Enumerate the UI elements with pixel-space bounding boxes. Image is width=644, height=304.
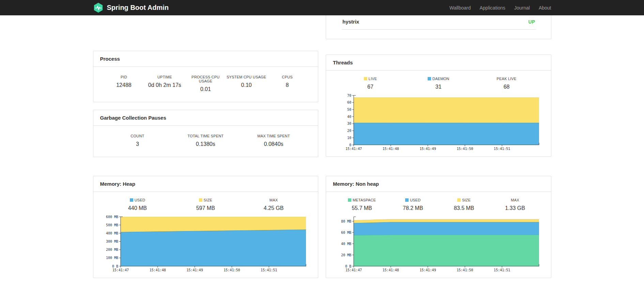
- svg-text:15:41:49: 15:41:49: [419, 268, 436, 272]
- svg-text:500 MB: 500 MB: [106, 223, 118, 227]
- nonheap-size-color-swatch: [457, 198, 461, 202]
- svg-text:15:41:47: 15:41:47: [112, 268, 129, 272]
- stat-cpus: CPUS 8: [267, 75, 308, 92]
- svg-text:40: 40: [347, 115, 351, 119]
- left-column: Process PID 12488 UPTIME 0d 0h 2m 17s PR…: [93, 15, 319, 157]
- nav-item-about[interactable]: About: [534, 5, 551, 11]
- application-name: hystrix: [342, 19, 359, 25]
- legend-heap-max: MAX 4.25 GB: [240, 198, 308, 211]
- nav-links: Wallboard Applications Journal About: [445, 5, 551, 11]
- legend-peak-live: PEAK LIVE 68: [473, 77, 541, 90]
- stat-process-cpu: PROCESS CPU USAGE 0.01: [185, 75, 226, 92]
- svg-text:200 MB: 200 MB: [106, 248, 118, 252]
- dashboard-grid: Process PID 12488 UPTIME 0d 0h 2m 17s PR…: [93, 15, 551, 302]
- nonheap-memory-chart: 0 B20 MB40 MB60 MB80 MB15:41:4715:41:481…: [335, 214, 542, 274]
- legend-daemon: DAEMON 31: [404, 77, 473, 90]
- brand-title: Spring Boot Admin: [107, 4, 169, 12]
- gc-stats: COUNT 3 TOTAL TIME SPENT 0.1380s MAX TIM…: [93, 126, 318, 157]
- spring-boot-admin-logo-icon: [93, 2, 104, 13]
- svg-text:15:41:49: 15:41:49: [419, 147, 436, 151]
- daemon-color-swatch: [428, 77, 431, 80]
- heap-card-title: Memory: Heap: [93, 176, 318, 192]
- svg-text:0 B: 0 B: [112, 264, 118, 268]
- stat-pid: PID 12488: [104, 75, 144, 92]
- gc-card-title: Garbage Collection Pauses: [93, 110, 318, 126]
- legend-live: LIVE 67: [336, 77, 404, 90]
- svg-text:30: 30: [347, 122, 351, 125]
- svg-text:100 MB: 100 MB: [106, 256, 118, 260]
- legend-nonheap-used: USED 78.2 MB: [387, 198, 439, 211]
- svg-text:60: 60: [347, 101, 351, 104]
- svg-text:300 MB: 300 MB: [106, 240, 118, 243]
- heap-legend: USED 440 MB SIZE 597 MB MAX 4.25 GB: [93, 192, 318, 211]
- svg-text:15:41:48: 15:41:48: [382, 147, 399, 151]
- threads-card: Threads LIVE 67 DAEMON 31: [326, 55, 551, 157]
- status-badge: UP: [528, 19, 535, 25]
- svg-text:15:41:48: 15:41:48: [382, 268, 399, 272]
- svg-text:20 MB: 20 MB: [341, 253, 351, 257]
- svg-text:20: 20: [347, 129, 351, 133]
- metaspace-color-swatch: [348, 198, 351, 202]
- svg-text:15:41:47: 15:41:47: [346, 147, 362, 151]
- stat-gc-max-time: MAX TIME SPENT 0.0840s: [240, 134, 308, 147]
- top-navbar: Spring Boot Admin Wallboard Applications…: [0, 0, 644, 15]
- svg-text:40 MB: 40 MB: [341, 242, 351, 246]
- threads-card-title: Threads: [326, 55, 551, 71]
- legend-heap-used: USED 440 MB: [104, 198, 172, 211]
- nav-item-journal[interactable]: Journal: [510, 5, 534, 11]
- svg-text:600 MB: 600 MB: [106, 215, 118, 219]
- memory-heap-card: Memory: Heap USED 440 MB SIZE 597 MB MAX…: [93, 176, 319, 278]
- process-stats: PID 12488 UPTIME 0d 0h 2m 17s PROCESS CP…: [93, 67, 318, 102]
- svg-text:15:41:48: 15:41:48: [150, 268, 166, 272]
- brand-link[interactable]: Spring Boot Admin: [93, 2, 169, 13]
- svg-text:15:41:47: 15:41:47: [346, 268, 362, 272]
- svg-text:80 MB: 80 MB: [341, 219, 351, 223]
- applications-card: hystrix UP: [326, 15, 551, 39]
- svg-text:400 MB: 400 MB: [106, 231, 118, 235]
- right-column: hystrix UP Threads LIVE 67 DAEMON: [326, 15, 551, 157]
- nav-item-applications[interactable]: Applications: [475, 5, 510, 11]
- nonheap-legend: METASPACE 55.7 MB USED 78.2 MB SIZE 83.5…: [326, 192, 551, 211]
- legend-metaspace: METASPACE 55.7 MB: [336, 198, 387, 211]
- svg-text:15:41:49: 15:41:49: [187, 268, 203, 272]
- nav-item-wallboard[interactable]: Wallboard: [445, 5, 475, 11]
- nonheap-card-title: Memory: Non heap: [326, 176, 551, 192]
- nonheap-used-color-swatch: [405, 198, 409, 202]
- svg-text:0 B: 0 B: [345, 264, 351, 268]
- process-card: Process PID 12488 UPTIME 0d 0h 2m 17s PR…: [93, 51, 319, 102]
- application-row-hystrix[interactable]: hystrix UP: [342, 15, 536, 30]
- svg-text:0: 0: [349, 143, 351, 147]
- stat-gc-total-time: TOTAL TIME SPENT 0.1380s: [171, 134, 240, 147]
- svg-text:50: 50: [347, 108, 351, 111]
- svg-text:15:41:51: 15:41:51: [494, 268, 510, 272]
- memory-nonheap-card: Memory: Non heap METASPACE 55.7 MB USED …: [326, 176, 551, 278]
- heap-used-color-swatch: [130, 198, 133, 202]
- threads-legend: LIVE 67 DAEMON 31 PEAK LIVE 68: [326, 71, 551, 90]
- process-card-title: Process: [93, 51, 318, 67]
- svg-text:10: 10: [347, 136, 351, 140]
- stat-gc-count: COUNT 3: [104, 134, 172, 147]
- legend-heap-size: SIZE 597 MB: [171, 198, 240, 211]
- legend-nonheap-max: MAX 1.33 GB: [490, 198, 541, 211]
- legend-nonheap-size: SIZE 83.5 MB: [439, 198, 490, 211]
- svg-text:15:41:50: 15:41:50: [224, 268, 240, 272]
- stat-uptime: UPTIME 0d 0h 2m 17s: [144, 75, 185, 92]
- svg-text:15:41:51: 15:41:51: [494, 147, 510, 151]
- threads-chart: 01020304050607015:41:4715:41:4815:41:491…: [335, 93, 542, 152]
- heap-memory-chart: 0 B100 MB200 MB300 MB400 MB500 MB600 MB1…: [102, 214, 309, 274]
- stat-system-cpu: SYSTEM CPU USAGE 0.10: [226, 75, 267, 92]
- svg-text:70: 70: [347, 94, 351, 97]
- svg-text:15:41:51: 15:41:51: [261, 268, 277, 272]
- svg-text:15:41:50: 15:41:50: [457, 268, 473, 272]
- svg-text:60 MB: 60 MB: [341, 231, 351, 234]
- svg-text:15:41:50: 15:41:50: [457, 147, 473, 151]
- live-color-swatch: [364, 77, 367, 80]
- heap-size-color-swatch: [199, 198, 202, 202]
- gc-pauses-card: Garbage Collection Pauses COUNT 3 TOTAL …: [93, 110, 319, 157]
